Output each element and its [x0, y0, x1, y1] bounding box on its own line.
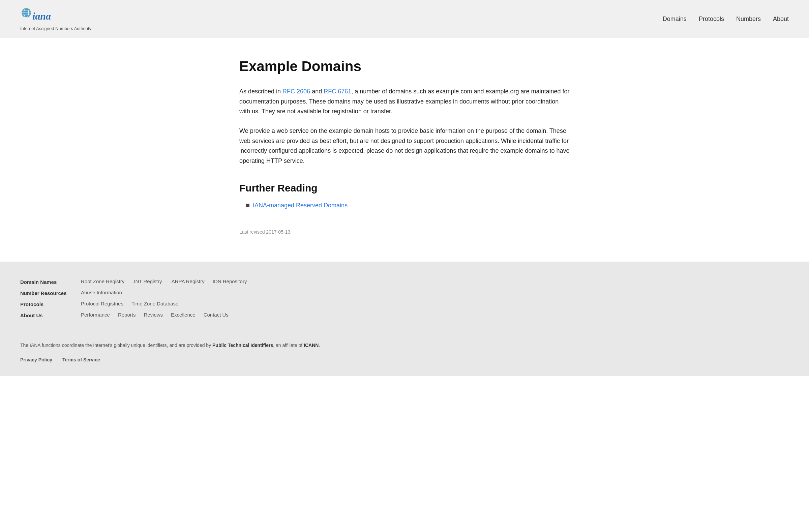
nav-about[interactable]: About — [773, 16, 789, 22]
iana-logo: iana — [20, 7, 64, 25]
footer-link-timezone-db[interactable]: Time Zone Database — [132, 301, 179, 307]
last-revised: Last revised 2017-05-13. — [239, 229, 570, 235]
further-reading-heading: Further Reading — [239, 183, 570, 194]
rfc6761-link[interactable]: RFC 6761 — [324, 88, 351, 95]
nav-domains[interactable]: Domains — [663, 16, 687, 22]
footer-link-arpa-registry[interactable]: .ARPA Registry — [170, 278, 204, 285]
footer-label-about: About Us — [20, 312, 81, 318]
footer-link-idn-repository[interactable]: IDN Repository — [213, 278, 247, 285]
site-footer: Domain Names Root Zone Registry .INT Reg… — [0, 262, 809, 376]
footer-link-abuse-info[interactable]: Abuse Information — [81, 290, 122, 296]
footer-label-numbers: Number Resources — [20, 290, 81, 296]
icann-label: ICANN — [304, 343, 319, 348]
footer-label-protocols: Protocols — [20, 301, 81, 307]
footer-link-reports[interactable]: Reports — [118, 312, 136, 318]
footer-links-about: Performance Reports Reviews Excellence C… — [81, 312, 789, 318]
rfc2606-link[interactable]: RFC 2606 — [282, 88, 310, 95]
logo-tagline: Internet Assigned Numbers Authority — [20, 26, 91, 31]
footer-link-protocol-registries[interactable]: Protocol Registries — [81, 301, 123, 307]
footer-link-root-zone[interactable]: Root Zone Registry — [81, 278, 124, 285]
terms-of-service-link[interactable]: Terms of Service — [62, 357, 100, 362]
footer-description: The IANA functions coordinate the Intern… — [20, 332, 789, 349]
footer-link-contact[interactable]: Contact Us — [204, 312, 228, 318]
footer-links-protocols: Protocol Registries Time Zone Database — [81, 301, 789, 307]
footer-link-int-registry[interactable]: .INT Registry — [133, 278, 162, 285]
intro-paragraph-2: We provide a web service on the example … — [239, 126, 570, 166]
list-item: IANA-managed Reserved Domains — [246, 202, 570, 209]
privacy-policy-link[interactable]: Privacy Policy — [20, 357, 52, 362]
main-nav: Domains Protocols Numbers About — [663, 16, 789, 22]
logo-area: iana Internet Assigned Numbers Authority — [20, 7, 91, 31]
further-reading-list: IANA-managed Reserved Domains — [239, 202, 570, 209]
footer-nav: Domain Names Root Zone Registry .INT Reg… — [20, 278, 789, 318]
footer-links-numbers: Abuse Information — [81, 290, 789, 296]
footer-link-reviews[interactable]: Reviews — [143, 312, 163, 318]
footer-bottom-links: Privacy Policy Terms of Service — [20, 357, 789, 362]
main-content: Example Domains As described in RFC 2606… — [219, 38, 590, 262]
intro-paragraph-1: As described in RFC 2606 and RFC 6761, a… — [239, 87, 570, 117]
footer-links-domains: Root Zone Registry .INT Registry .ARPA R… — [81, 278, 789, 285]
reserved-domains-link[interactable]: IANA-managed Reserved Domains — [253, 202, 347, 209]
footer-link-performance[interactable]: Performance — [81, 312, 110, 318]
pti-label: Public Technical Identifiers — [212, 343, 273, 348]
nav-numbers[interactable]: Numbers — [736, 16, 761, 22]
nav-protocols[interactable]: Protocols — [699, 16, 724, 22]
site-header: iana Internet Assigned Numbers Authority… — [0, 0, 809, 38]
svg-text:iana: iana — [32, 11, 51, 21]
footer-label-domains: Domain Names — [20, 278, 81, 285]
page-title: Example Domains — [239, 58, 570, 74]
bullet-icon — [246, 204, 249, 207]
footer-link-excellence[interactable]: Excellence — [171, 312, 195, 318]
